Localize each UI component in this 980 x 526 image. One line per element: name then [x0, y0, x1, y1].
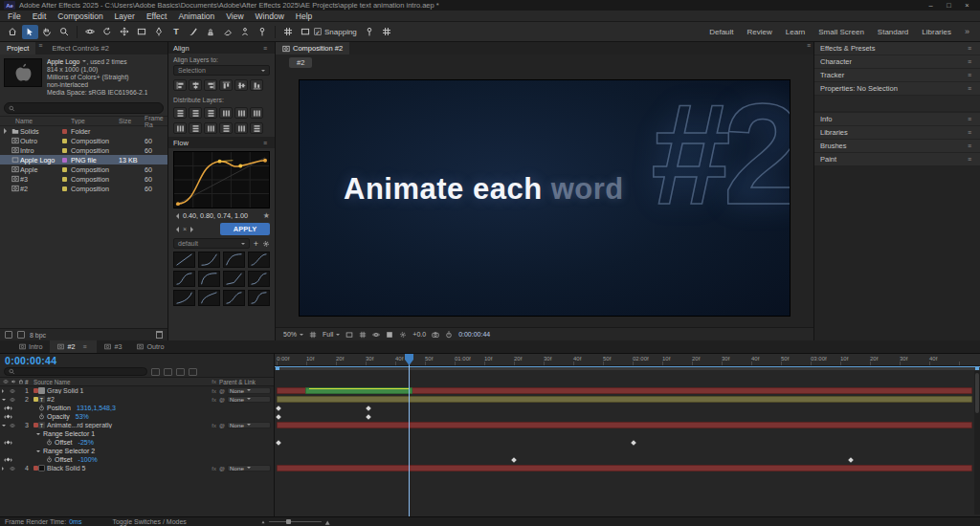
- menu-window[interactable]: Window: [250, 11, 290, 21]
- align-v-center-button[interactable]: [234, 79, 248, 91]
- project-row-apple-logo[interactable]: Apple Logo PNG file 13 KB: [0, 155, 167, 164]
- distribute-v-center-button[interactable]: [189, 107, 202, 119]
- region-of-interest-icon[interactable]: [345, 331, 353, 339]
- toggle-switches-modes-button[interactable]: Toggle Switches / Modes: [112, 518, 186, 525]
- label-chip[interactable]: [62, 177, 67, 182]
- roto-brush-tool[interactable]: [237, 25, 254, 39]
- align-panel-header[interactable]: Align ≡: [168, 42, 275, 54]
- align-left-button[interactable]: [173, 79, 187, 91]
- preset-thumb-5[interactable]: [173, 271, 195, 287]
- distribute-h-center-button[interactable]: [234, 107, 248, 119]
- type-tool[interactable]: T: [168, 25, 185, 39]
- column-layer-number[interactable]: #: [25, 379, 33, 385]
- preset-thumb-7[interactable]: [223, 271, 245, 287]
- zoom-out-icon[interactable]: [261, 519, 266, 524]
- align-right-button[interactable]: [204, 79, 217, 91]
- preset-dropdown[interactable]: default: [173, 238, 250, 249]
- align-bottom-button[interactable]: [250, 79, 263, 91]
- property-value[interactable]: -25%: [78, 439, 94, 446]
- property-value[interactable]: 53%: [76, 413, 89, 420]
- label-chip[interactable]: [62, 139, 67, 143]
- work-area-bar[interactable]: [275, 366, 980, 370]
- flip-curve-icon[interactable]: [173, 213, 179, 219]
- menu-view[interactable]: View: [220, 11, 249, 21]
- playhead-line[interactable]: [409, 354, 410, 516]
- eye-icon[interactable]: [3, 379, 9, 384]
- panel-menu-icon[interactable]: ≡: [260, 45, 270, 52]
- align-target-dropdown[interactable]: Selection: [173, 65, 270, 76]
- panel-menu-icon[interactable]: ≡: [79, 343, 89, 350]
- twirl-icon[interactable]: [2, 425, 6, 428]
- distribute-option-button-4[interactable]: [219, 122, 233, 134]
- distribute-option-button-2[interactable]: [189, 122, 202, 134]
- panel-menu-icon[interactable]: ≡: [965, 156, 974, 163]
- snap-option-icon-1[interactable]: [361, 25, 377, 39]
- menu-file[interactable]: File: [2, 11, 27, 21]
- distribute-top-button[interactable]: [173, 107, 187, 119]
- footage-thumbnail[interactable]: [4, 58, 42, 87]
- align-h-center-button[interactable]: [189, 79, 202, 91]
- magnification-dropdown[interactable]: 50%: [283, 331, 303, 338]
- twirl-icon[interactable]: [4, 128, 10, 134]
- layer-row-black-solid-5[interactable]: 4 Black Solid 5 fx @None: [0, 464, 274, 472]
- keyframe-icon[interactable]: [276, 414, 281, 420]
- parent-dropdown[interactable]: None: [227, 465, 271, 471]
- label-chip[interactable]: [62, 129, 67, 134]
- pickwhip-icon[interactable]: @: [219, 466, 225, 471]
- parent-dropdown[interactable]: None: [227, 422, 271, 428]
- column-source-name[interactable]: Source Name: [33, 379, 182, 385]
- grid-guides-icon[interactable]: [309, 331, 317, 339]
- audio-icon[interactable]: [11, 379, 16, 384]
- label-chip[interactable]: [62, 186, 67, 191]
- frame-blend-icon[interactable]: [176, 368, 185, 376]
- timeline-tab-comp2[interactable]: #2≡: [50, 340, 97, 353]
- twirl-icon[interactable]: [2, 467, 6, 471]
- twirl-icon[interactable]: [2, 389, 6, 393]
- rotation-tool[interactable]: [100, 25, 116, 39]
- property-row-offset-1[interactable]: Offset -25%: [0, 438, 274, 447]
- tab-project[interactable]: Project: [0, 42, 35, 55]
- flow-curve-editor[interactable]: [173, 151, 270, 208]
- hand-tool[interactable]: [39, 25, 56, 39]
- twirl-icon[interactable]: [2, 399, 6, 403]
- panel-menu-icon[interactable]: ≡: [35, 42, 45, 55]
- comp-breadcrumb-chip[interactable]: #2: [289, 57, 312, 68]
- panel-effects-presets[interactable]: Effects & Presets≡: [814, 42, 980, 55]
- flow-curve-values[interactable]: 0.40, 0.80, 0.74, 1.00: [183, 211, 248, 220]
- menu-effect[interactable]: Effect: [141, 11, 173, 21]
- keyframe-icon[interactable]: [631, 440, 636, 446]
- menu-composition[interactable]: Composition: [52, 11, 108, 21]
- column-size[interactable]: Size: [119, 118, 145, 124]
- property-row-position[interactable]: Position 1316,1,548,3: [0, 404, 274, 412]
- time-ruler[interactable]: 0:00f 10f 20f 30f 40f 50f 01:00f 10f 20f…: [275, 354, 980, 366]
- column-type[interactable]: Type: [71, 118, 119, 124]
- keyframe-navigator[interactable]: [0, 441, 15, 445]
- panel-brushes[interactable]: Brushes≡: [814, 140, 980, 152]
- keyframe-icon[interactable]: [276, 405, 281, 411]
- timeline-search-input[interactable]: [18, 368, 143, 375]
- maximize-button[interactable]: □: [940, 1, 958, 10]
- layer-bar[interactable]: [277, 396, 972, 403]
- favorite-star-icon[interactable]: ★: [263, 211, 270, 220]
- workspace-learn[interactable]: Learn: [779, 28, 812, 36]
- parent-dropdown[interactable]: None: [227, 396, 271, 403]
- current-timecode[interactable]: 0:00:00:44: [5, 355, 56, 366]
- label-chip[interactable]: [62, 167, 67, 172]
- layer-row-text-2[interactable]: 2 T #2 fx @None: [0, 395, 274, 404]
- minimize-button[interactable]: –: [922, 1, 940, 10]
- group-row-range-selector-1[interactable]: Range Selector 1: [0, 429, 274, 438]
- keyframe-icon[interactable]: [366, 405, 371, 411]
- workspace-standard[interactable]: Standard: [871, 28, 915, 36]
- panel-menu-icon[interactable]: ≡: [965, 116, 974, 122]
- preset-thumb-6[interactable]: [198, 271, 220, 287]
- layer-bar[interactable]: [277, 465, 972, 471]
- selection-tool[interactable]: [22, 25, 38, 39]
- workspace-default[interactable]: Default: [702, 28, 740, 36]
- keyframe-icon[interactable]: [511, 457, 517, 463]
- preset-thumb-12[interactable]: [248, 290, 270, 306]
- property-value[interactable]: 1316,1,548,3: [77, 405, 116, 411]
- preset-thumb-8[interactable]: [248, 271, 270, 287]
- tab-effect-controls[interactable]: Effect Controls #2: [45, 42, 115, 55]
- label-chip[interactable]: [62, 148, 67, 153]
- property-row-offset-2[interactable]: Offset -100%: [0, 455, 274, 464]
